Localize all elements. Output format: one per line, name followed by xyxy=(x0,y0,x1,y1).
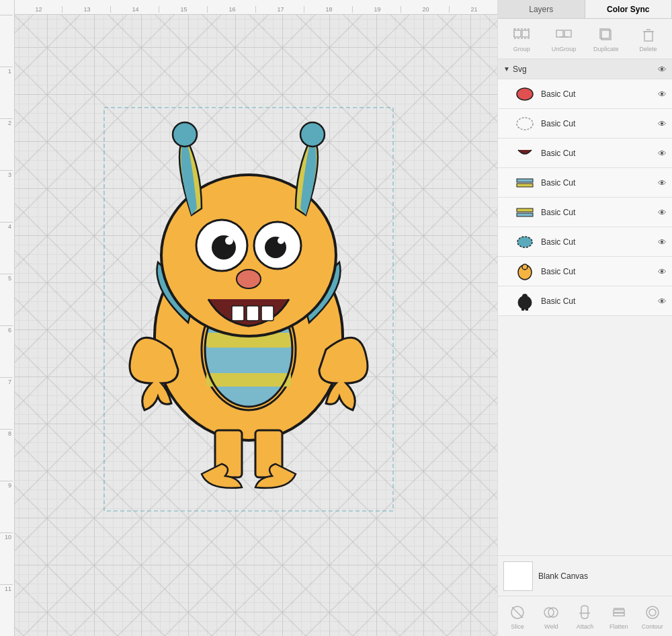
layer-thumbnail-2 xyxy=(514,113,536,134)
layer-eye-2[interactable] xyxy=(658,118,667,129)
layers-panel[interactable]: ▼ Svg Basic Cut Basic Cut xyxy=(498,59,672,555)
ruler-mark-v-8: 7 xyxy=(0,377,13,429)
svg-point-10 xyxy=(173,122,197,147)
tab-color-sync[interactable]: Color Sync xyxy=(585,0,673,18)
svg-rect-45 xyxy=(521,306,524,311)
ruler-mark-17: 17 xyxy=(255,6,304,13)
ruler-mark-v-1 xyxy=(0,15,13,67)
right-panel: Layers Color Sync Group UnGro xyxy=(497,0,672,636)
svg-rect-39 xyxy=(517,213,533,216)
layer-name-7: Basic Cut xyxy=(541,267,658,276)
group-icon xyxy=(512,26,531,44)
layer-item-1[interactable]: Basic Cut xyxy=(498,79,672,109)
delete-icon xyxy=(639,26,658,44)
delete-button[interactable]: Delete xyxy=(632,26,665,52)
svg-rect-20 xyxy=(247,306,259,321)
tab-layers[interactable]: Layers xyxy=(498,0,585,18)
svg-point-40 xyxy=(517,237,532,247)
ruler-mark-21: 21 xyxy=(449,6,497,13)
layer-thumbnail-8 xyxy=(514,290,536,312)
layer-name-4: Basic Cut xyxy=(541,178,658,188)
group-label: Group xyxy=(513,46,530,52)
slice-button[interactable]: Slice xyxy=(501,603,534,630)
svg-point-55 xyxy=(646,606,659,619)
ruler-mark-v-5: 4 xyxy=(0,222,13,274)
layer-name-8: Basic Cut xyxy=(541,296,658,306)
ruler-mark-13: 13 xyxy=(62,6,110,13)
ruler-mark-v-4: 3 xyxy=(0,170,13,222)
duplicate-button[interactable]: Duplicate xyxy=(589,26,623,52)
layer-eye-3[interactable] xyxy=(658,148,667,159)
tab-bar: Layers Color Sync xyxy=(498,0,672,19)
ruler-mark-v-6: 5 xyxy=(0,274,13,325)
attach-button[interactable]: Attach xyxy=(568,603,601,630)
svg-rect-38 xyxy=(517,208,533,212)
weld-icon xyxy=(542,603,560,622)
ruler-mark-16: 16 xyxy=(207,6,255,13)
layer-item-2[interactable]: Basic Cut xyxy=(498,109,672,138)
svg-point-17 xyxy=(278,237,284,244)
ungroup-label: UnGroup xyxy=(552,46,577,52)
layer-item-7[interactable]: Basic Cut xyxy=(498,257,672,286)
layer-name-5: Basic Cut xyxy=(541,208,658,217)
ruler-mark-12: 12 xyxy=(13,6,62,13)
svg-rect-21 xyxy=(261,306,274,321)
contour-button[interactable]: Contour xyxy=(636,603,669,630)
svg-rect-27 xyxy=(564,30,571,37)
ungroup-button[interactable]: UnGroup xyxy=(547,26,581,52)
ruler-mark-v-9: 8 xyxy=(0,429,13,481)
svg-point-14 xyxy=(225,237,233,245)
contour-label: Contour xyxy=(642,623,663,630)
layer-name-1: Basic Cut xyxy=(541,89,658,99)
flatten-icon xyxy=(610,603,628,622)
layer-item-8[interactable]: Basic Cut xyxy=(498,286,672,316)
layer-item-5[interactable]: Basic Cut xyxy=(498,198,672,227)
layer-item-6[interactable]: Basic Cut xyxy=(498,227,672,257)
flatten-label: Flatten xyxy=(610,623,628,630)
svg-rect-52 xyxy=(614,610,624,612)
canvas-thumbnail xyxy=(503,561,533,591)
layer-eye-8[interactable] xyxy=(658,296,667,307)
ruler-mark-v-11: 10 xyxy=(0,532,13,584)
slice-icon xyxy=(508,603,527,622)
ruler-mark-v-12: 11 xyxy=(0,584,13,636)
weld-button[interactable]: Weld xyxy=(534,603,568,630)
layer-item-3[interactable]: Basic Cut xyxy=(498,138,672,168)
ruler-mark-v-10: 9 xyxy=(0,481,13,532)
canvas-area[interactable]: 12 13 14 15 16 17 18 19 20 21 1 2 3 4 5 … xyxy=(0,0,497,636)
bottom-toolbar: Slice Weld Attach xyxy=(498,596,672,636)
svg-rect-23 xyxy=(514,30,521,37)
weld-label: Weld xyxy=(544,623,558,630)
svg-rect-19 xyxy=(232,306,244,321)
svg-rect-46 xyxy=(526,306,528,311)
ruler-mark-18: 18 xyxy=(304,6,352,13)
layer-item-4[interactable]: Basic Cut xyxy=(498,168,672,198)
layer-eye-5[interactable] xyxy=(658,207,667,218)
svg-point-44 xyxy=(522,294,528,299)
ungroup-icon xyxy=(554,26,573,44)
svg-rect-4 xyxy=(206,353,291,368)
ruler-mark-20: 20 xyxy=(401,6,449,13)
layer-eye-7[interactable] xyxy=(658,266,667,277)
svg-group-eye[interactable] xyxy=(658,64,667,75)
ruler-mark-v-3: 2 xyxy=(0,118,13,170)
character-container[interactable] xyxy=(54,54,444,565)
delete-label: Delete xyxy=(640,46,657,52)
layer-eye-4[interactable] xyxy=(658,177,667,188)
svg-group-header[interactable]: ▼ Svg xyxy=(498,59,672,79)
svg-rect-37 xyxy=(517,184,533,187)
contour-icon xyxy=(643,603,662,622)
layer-name-2: Basic Cut xyxy=(541,119,658,128)
canvas-label: Blank Canvas xyxy=(538,571,588,581)
ruler-left: 1 2 3 4 5 6 7 8 9 10 11 xyxy=(0,0,15,636)
layer-eye-6[interactable] xyxy=(658,237,667,247)
attach-label: Attach xyxy=(577,623,594,630)
group-button[interactable]: Group xyxy=(505,26,538,52)
layer-eye-1[interactable] xyxy=(658,89,667,100)
flatten-button[interactable]: Flatten xyxy=(602,603,636,630)
svg-point-18 xyxy=(237,270,261,288)
bottom-canvas[interactable]: Blank Canvas xyxy=(498,555,672,596)
layer-thumbnail-7 xyxy=(514,261,536,282)
group-arrow-icon: ▼ xyxy=(503,65,510,73)
character-svg[interactable] xyxy=(97,101,400,518)
